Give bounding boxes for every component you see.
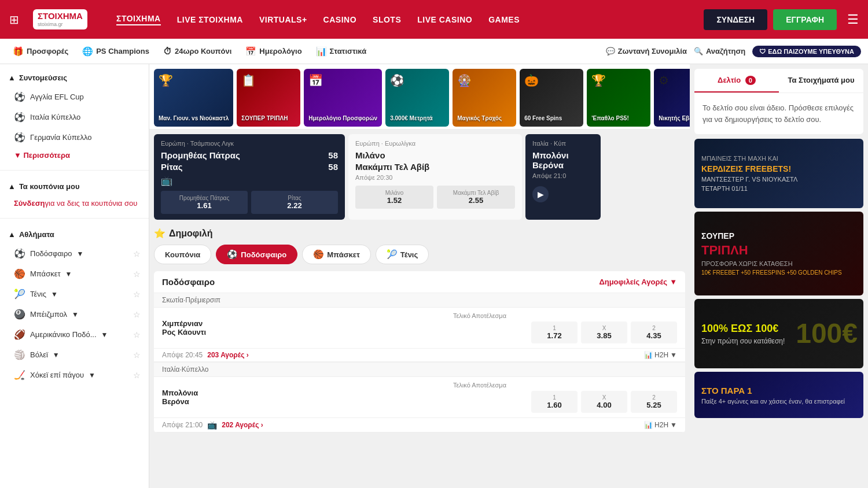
odd-cell-1-0[interactable]: 1 1.60: [531, 391, 578, 413]
promo-label-7: Νικητής Εβδομάδας: [659, 115, 690, 122]
promo-banner-super-tripli[interactable]: ΣΟΥΠΕΡ ΤΡΙΠΛΗ ΠΡΟΣΦΟΡΑ ΧΩΡΙΣ ΚΑΤΑΘΕΣΗ 10…: [694, 212, 863, 295]
tab-basketball[interactable]: 🏀 Μπάσκετ: [302, 245, 371, 264]
live-chat-button[interactable]: 💬 Ζωντανή Συνομιλία: [606, 47, 687, 56]
shortcut-efl-cup[interactable]: ⚽ Αγγλία EFL Cup: [0, 87, 149, 107]
promo-card-2[interactable]: 📅 Ημερολόγιο Προσφορών: [304, 69, 382, 127]
register-button[interactable]: ΕΓΓΡΑΦΗ: [773, 9, 837, 30]
shortcuts-more[interactable]: ▼ Περισσότερα: [0, 147, 149, 163]
odd-btn-0-0[interactable]: Προμηθέας Πάτρας 1.61: [161, 191, 248, 214]
tripli-banner-line1: ΣΟΥΠΕΡ: [701, 231, 856, 241]
sports-header[interactable]: ▲ Αθλήματα: [0, 225, 149, 243]
hamburger-icon[interactable]: ☰: [847, 12, 859, 27]
sport-american-football[interactable]: 🏈 Αμερικάνικο Ποδό... ▼ ☆: [0, 324, 149, 345]
soccer-tab-icon: ⚽: [227, 249, 238, 260]
promo-card-5[interactable]: 🎃 60 Free Spins: [520, 69, 583, 127]
event-main-row-1: Μπολόνια Βερόνα Τελικό Αποτέλεσμα 1 1.60: [154, 377, 685, 418]
sec-nav-promotions[interactable]: 🎁 Προσφορές: [7, 43, 74, 60]
odd-cell-0-1[interactable]: Χ 3.85: [581, 321, 627, 343]
event-teams-0: Χιμπέρνιαν Ρος Κάουντι: [162, 319, 278, 337]
nav-live-stoixima[interactable]: LIVE ΣΤΟΙΧΗΜΑ: [177, 15, 243, 24]
odd-cell-1-1[interactable]: Χ 4.00: [581, 391, 627, 413]
nav-live-casino[interactable]: LIVE CASINO: [417, 15, 472, 24]
fav-icon-baseball[interactable]: ☆: [133, 310, 141, 319]
fav-icon-tennis[interactable]: ☆: [133, 290, 141, 299]
nav-virtuals[interactable]: VIRTUALS+: [259, 15, 307, 24]
betslip-tab-betslip[interactable]: Δελτίο 0: [694, 69, 779, 93]
promo-label-4: Μαγικός Τροχός: [457, 115, 512, 122]
live-score-teams-1: Μιλάνο Μακάμπι Τελ Αβίβ: [355, 150, 515, 172]
sport-tennis[interactable]: 🎾 Τένις ▼ ☆: [0, 284, 149, 304]
next-card-btn[interactable]: ▶: [532, 186, 549, 202]
nav-games[interactable]: GAMES: [488, 15, 520, 24]
odd-cell-0-2[interactable]: 2 4.35: [631, 321, 677, 343]
odd-cell-1-2[interactable]: 2 5.25: [631, 391, 677, 413]
nav-casino[interactable]: CASINO: [323, 15, 356, 24]
sec-nav-right: 💬 Ζωντανή Συνομιλία 🔍 Αναζήτηση 🛡 ΕΔΩ ΠΑ…: [606, 46, 861, 57]
live-score-team2-2: Βερόνα: [532, 160, 594, 170]
result-header-1: Τελικό Αποτέλεσμα 1 1.60 Χ 4.00: [282, 382, 677, 413]
promo-card-7[interactable]: ⚙ Νικητής Εβδομάδας: [654, 69, 690, 127]
fav-icon-basketball[interactable]: ☆: [133, 269, 141, 279]
betslip-tab-my-bets[interactable]: Τα Στοιχήματά μου: [779, 69, 863, 93]
promo-label-0: Μαν. Γιουν. vs Νιούκαστλ: [159, 115, 229, 122]
fav-icon-amfootball[interactable]: ☆: [133, 330, 141, 339]
promo-card-0[interactable]: 🏆 Μαν. Γιουν. vs Νιούκαστλ: [154, 69, 233, 127]
live-score-card-0[interactable]: Ευρώπη · Τσάμπιονς Λιγκ Προμηθέας Πάτρας…: [154, 134, 345, 220]
promo-banner-100pct[interactable]: 100% ΕΩΣ 100€ Στην πρώτη σου κατάθεση! 1…: [694, 299, 863, 368]
sec-nav-ps-champions[interactable]: 🌐 PS Champions: [76, 43, 155, 60]
sec-nav-statistics[interactable]: 📊 Στατιστικά: [310, 43, 373, 60]
promo-card-6[interactable]: 🏆 'Επαθλο PS5!: [587, 69, 650, 127]
h2h-btn-1[interactable]: 📊 H2H ▼: [644, 421, 677, 429]
odds-row-1: Μιλάνο 1.52 Μακάμπι Τελ Αβίβ 2.55: [355, 186, 515, 209]
responsible-gaming-badge[interactable]: 🛡 ΕΔΩ ΠΑΙΖΟΥΜΕ ΥΠΕΥΘΥΝΑ: [752, 46, 861, 57]
popular-markets-btn[interactable]: Δημοφιλείς Αγορές ▼: [599, 278, 677, 286]
fav-icon-hockey[interactable]: ☆: [133, 371, 141, 380]
tab-soccer[interactable]: ⚽ Ποδόσφαιρο: [216, 245, 297, 264]
odds-cells-1: 1 1.60 Χ 4.00 2 5.25: [282, 391, 677, 413]
sport-baseball[interactable]: 🎱 Μπέιζμπολ ▼ ☆: [0, 304, 149, 324]
chevron-down-icon-hockey: ▼: [89, 371, 95, 379]
odd-btn-0-1[interactable]: Ρίτας 2.22: [251, 191, 338, 214]
more-markets-0[interactable]: 203 Αγορές ›: [207, 351, 249, 359]
sec-nav-24h-coupon[interactable]: ⏱ 24ωρο Κουπόνι: [157, 43, 237, 60]
100pct-big-number: 100€: [796, 321, 858, 346]
grid-icon[interactable]: ⊞: [9, 13, 19, 27]
responsible-icon: 🛡: [759, 48, 766, 55]
sec-nav-calendar[interactable]: 📅 Ημερολόγιο: [240, 43, 307, 60]
promo-banner-para1[interactable]: ΣΤΟ ΠΑΡΑ 1 Παίξε 4+ αγώνες και αν χάσεις…: [694, 372, 863, 418]
sport-soccer[interactable]: ⚽ Ποδόσφαιρο ▼ ☆: [0, 243, 149, 264]
sport-volleyball[interactable]: 🏐 Βόλεϊ ▼ ☆: [0, 345, 149, 365]
event-teams-1: Μπολόνια Βερόνα: [162, 389, 278, 406]
promo-card-1[interactable]: 📋 ΣΟΥΠΕΡ ΤΡΙΠΛΗ: [237, 69, 300, 127]
odds-row-0: Προμηθέας Πάτρας 1.61 Ρίτας 2.22: [161, 191, 338, 214]
odd-btn-1-1[interactable]: Μακάμπι Τελ Αβίβ 2.55: [437, 186, 515, 209]
odd-btn-1-0[interactable]: Μιλάνο 1.52: [355, 186, 433, 209]
tab-coupons[interactable]: Κουπόνια: [154, 245, 211, 264]
search-button[interactable]: 🔍 Αναζήτηση: [694, 47, 745, 56]
odd-cell-0-0[interactable]: 1 1.72: [531, 321, 578, 343]
login-button[interactable]: ΣΥΝΔΕΣΗ: [704, 9, 767, 30]
sport-ice-hockey[interactable]: 🏒 Χόκεϊ επί πάγου ▼ ☆: [0, 365, 149, 385]
shortcut-germany-cup[interactable]: ⚽ Γερμανία Κύπελλο: [0, 127, 149, 147]
promo-banner-ps-champions[interactable]: ΜΠΑΙΝΕΙΣ ΣΤΗ ΜΑΧΗ ΚΑΙ ΚΕΡΔΙΖΕΙΣ FREEBETS…: [694, 139, 863, 208]
chevron-down-h2h-1: ▼: [670, 421, 677, 429]
nav-slots[interactable]: SLOTS: [373, 15, 401, 24]
shortcut-italy-cup[interactable]: ⚽ Ιταλία Κύπελλο: [0, 107, 149, 127]
promo-card-4[interactable]: 🎡 Μαγικός Τροχός: [453, 69, 516, 127]
shortcuts-header[interactable]: ▲ Συντομεύσεις: [0, 69, 149, 87]
tab-tennis[interactable]: 🎾 Τένις: [376, 245, 429, 264]
more-markets-1[interactable]: 202 Αγορές ›: [222, 421, 263, 429]
chevron-down-icon-soccer: ▼: [77, 250, 84, 258]
h2h-btn-0[interactable]: 📊 H2H ▼: [644, 351, 677, 359]
fav-icon-volleyball[interactable]: ☆: [133, 350, 141, 360]
my-coupons-header[interactable]: ▲ Τα κουπόνια μου: [0, 178, 149, 195]
logo-area[interactable]: ΣΤΟΙΧΗΜΑ stoixima.gr: [33, 9, 102, 29]
sport-basketball[interactable]: 🏀 Μπάσκετ ▼ ☆: [0, 264, 149, 284]
live-score-card-2[interactable]: Ιταλία · Κύπ Μπολόνι Βερόνα Απόψε 21:0 ▶: [525, 134, 601, 220]
login-link[interactable]: Σύνδεσηγια να δεις τα κουπόνια σου: [0, 195, 149, 211]
fav-icon-soccer[interactable]: ☆: [133, 249, 141, 258]
promo-card-3[interactable]: ⚽ 3.000€ Μετρητά: [385, 69, 449, 127]
live-score-card-1[interactable]: Ευρώπη · Ευρωλίγκα Μιλάνο Μακάμπι Τελ Αβ…: [348, 134, 522, 220]
chevron-right-icon: ▶: [538, 190, 544, 199]
nav-stoixima[interactable]: ΣΤΟΙΧΗΜΑ: [116, 14, 161, 25]
